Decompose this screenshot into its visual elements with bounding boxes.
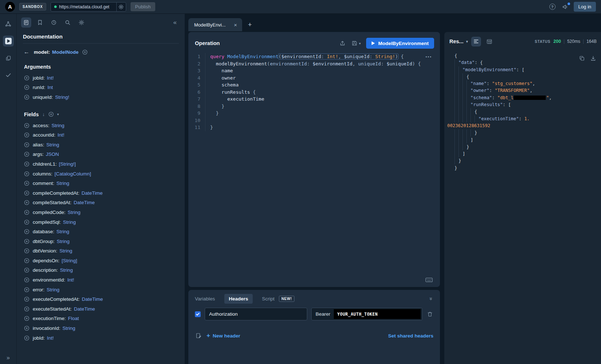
- back-button[interactable]: ←: [23, 49, 30, 55]
- field-type[interactable]: Int!: [47, 335, 54, 341]
- login-button[interactable]: Log in: [574, 2, 596, 12]
- field-type[interactable]: Int!: [57, 132, 64, 138]
- add-to-query-button[interactable]: [24, 94, 29, 100]
- field-type[interactable]: [CatalogColumn]: [55, 171, 91, 177]
- history-button[interactable]: [49, 17, 59, 28]
- operation-tab[interactable]: ModelByEnvi... ×: [188, 18, 242, 31]
- field-type[interactable]: JSON: [46, 151, 59, 157]
- add-to-query-button[interactable]: [24, 325, 29, 331]
- add-to-query-button[interactable]: [24, 171, 29, 177]
- field-type[interactable]: String: [63, 325, 75, 331]
- field-type[interactable]: String: [60, 267, 73, 273]
- field-type[interactable]: String: [68, 210, 80, 215]
- doc-field-row[interactable]: jobId: Int!: [17, 333, 185, 343]
- header-value-input[interactable]: Bearer YOUR_AUTH_TOKEN: [311, 308, 422, 320]
- doc-field-row[interactable]: description: String: [17, 266, 185, 275]
- keyboard-shortcuts-button[interactable]: [425, 277, 433, 283]
- add-to-query-button[interactable]: [24, 219, 29, 225]
- add-to-query-button[interactable]: [24, 277, 29, 283]
- apollo-logo[interactable]: A: [5, 2, 15, 12]
- doc-field-row[interactable]: compileStartedAt: DateTime: [17, 198, 185, 208]
- add-to-query-button[interactable]: [24, 142, 29, 147]
- doc-field-row[interactable]: args: JSON: [17, 150, 185, 159]
- doc-field-row[interactable]: accountId: Int!: [17, 130, 185, 140]
- field-type[interactable]: String: [56, 181, 69, 186]
- doc-field-row[interactable]: error: String: [17, 285, 185, 295]
- response-dropdown[interactable]: Res... ▾: [449, 39, 468, 44]
- table-view-button[interactable]: [484, 37, 494, 46]
- saved-operations-button[interactable]: [35, 17, 45, 28]
- collapse-io-button[interactable]: »: [427, 296, 435, 301]
- add-to-query-button[interactable]: [24, 316, 29, 321]
- help-button[interactable]: ?: [548, 3, 557, 11]
- add-to-query-button[interactable]: [24, 123, 29, 128]
- docs-tab-button[interactable]: [21, 17, 31, 28]
- add-to-query-button[interactable]: [24, 335, 29, 341]
- announcements-button[interactable]: [561, 3, 569, 11]
- add-to-query-button[interactable]: [24, 229, 29, 234]
- query-editor[interactable]: 1query ModelByEnvironment($environmentId…: [188, 53, 440, 272]
- field-type[interactable]: String: [57, 239, 69, 244]
- field-type[interactable]: String: [63, 219, 76, 225]
- new-tab-button[interactable]: +: [244, 18, 256, 31]
- breadcrumb-type[interactable]: ModelNode: [52, 49, 79, 55]
- rail-explorer-button[interactable]: [3, 36, 14, 46]
- add-all-fields-button[interactable]: [48, 112, 54, 117]
- field-type[interactable]: String: [60, 248, 72, 254]
- field-type[interactable]: DateTime: [81, 190, 103, 196]
- doc-field-row[interactable]: executeCompletedAt: DateTime: [17, 294, 185, 304]
- field-type[interactable]: Int: [48, 85, 53, 90]
- doc-field-row[interactable]: dependsOn: [String]: [17, 256, 185, 266]
- add-to-query-button[interactable]: [24, 267, 29, 273]
- settings-button[interactable]: [76, 17, 87, 28]
- doc-field-row[interactable]: childrenL1: [String!]: [17, 159, 185, 169]
- field-type[interactable]: [String!]: [59, 161, 76, 167]
- field-type[interactable]: String!: [55, 94, 69, 100]
- doc-field-row[interactable]: alias: String: [17, 140, 185, 150]
- doc-field-row[interactable]: database: String: [17, 227, 185, 236]
- doc-field-row[interactable]: compiledCode: String: [17, 207, 185, 217]
- doc-field-row[interactable]: uniqueId: String!: [17, 92, 185, 102]
- add-to-query-button[interactable]: [24, 248, 29, 254]
- doc-field-row[interactable]: dbtVersion: String: [17, 246, 185, 256]
- add-to-query-button[interactable]: [24, 287, 29, 292]
- new-header-button[interactable]: + New header: [207, 332, 240, 339]
- rail-schema-button[interactable]: [3, 19, 14, 29]
- download-response-button[interactable]: [590, 55, 596, 61]
- doc-field-row[interactable]: access: String: [17, 121, 185, 130]
- add-to-query-button[interactable]: [24, 151, 29, 157]
- add-to-query-button[interactable]: [24, 200, 29, 205]
- expand-rail-button[interactable]: »: [0, 355, 16, 361]
- add-to-query-button[interactable]: [24, 132, 29, 138]
- collapse-docs-button[interactable]: «: [171, 18, 179, 27]
- search-button[interactable]: [63, 17, 73, 28]
- save-operation-button[interactable]: ▾: [352, 40, 361, 46]
- doc-field-row[interactable]: executeStartedAt: DateTime: [17, 304, 185, 314]
- add-to-query-button[interactable]: [24, 85, 29, 90]
- header-enabled-checkbox[interactable]: [195, 311, 201, 317]
- doc-field-row[interactable]: runId: Int: [17, 83, 185, 93]
- add-to-query-button[interactable]: [24, 296, 29, 302]
- publish-button[interactable]: Publish: [131, 2, 156, 11]
- set-shared-headers-button[interactable]: Set shared headers: [388, 333, 433, 339]
- add-to-query-button[interactable]: [24, 190, 29, 196]
- doc-field-row[interactable]: comment: String: [17, 178, 185, 188]
- tab-headers[interactable]: Headers: [224, 294, 252, 304]
- add-to-query-button[interactable]: [24, 210, 29, 215]
- add-to-query-button[interactable]: [24, 75, 29, 81]
- add-to-query-button[interactable]: [24, 161, 29, 167]
- header-key-input[interactable]: [205, 308, 307, 320]
- rail-collections-button[interactable]: [3, 53, 14, 64]
- sort-fields-button[interactable]: ↓: [42, 112, 45, 117]
- endpoint-url-input[interactable]: https://metadata.cloud.get: [51, 3, 116, 11]
- editor-more-button[interactable]: •••: [425, 54, 432, 59]
- doc-field-row[interactable]: environmentId: Int!: [17, 275, 185, 285]
- share-operation-button[interactable]: [339, 40, 346, 47]
- add-fields-menu-button[interactable]: ▾: [57, 112, 59, 116]
- field-type[interactable]: String: [47, 142, 59, 147]
- tab-script[interactable]: Script: [262, 296, 275, 302]
- doc-field-row[interactable]: executionTime: Float: [17, 314, 185, 324]
- field-type[interactable]: Int!: [47, 75, 54, 81]
- doc-field-row[interactable]: columns: [CatalogColumn]: [17, 169, 185, 179]
- field-type[interactable]: Float: [68, 316, 79, 321]
